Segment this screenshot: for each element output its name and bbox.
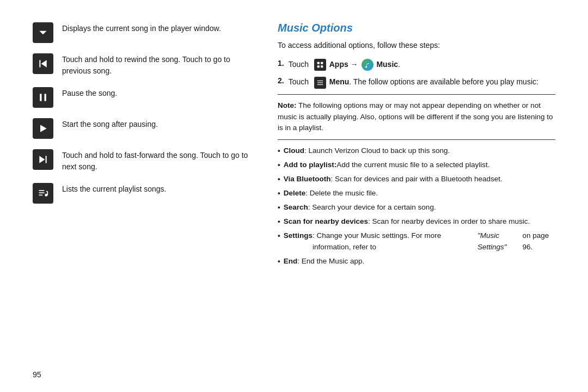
step-number: 1. <box>278 59 284 68</box>
item-text: Lists the current playlist songs. <box>62 182 166 195</box>
list-item: Scan for nearby devices: Scan for nearby… <box>278 216 555 228</box>
page: Displays the current song in the player … <box>0 0 588 392</box>
item-text: Pause the song. <box>62 87 117 99</box>
svg-rect-16 <box>317 65 320 68</box>
list-item: Pause the song. <box>33 87 250 108</box>
list-item: Displays the current song in the player … <box>33 22 250 43</box>
item-text: Displays the current song in the player … <box>62 22 221 34</box>
pause-icon <box>33 87 53 108</box>
skip-back-icon <box>33 53 53 74</box>
list-item: Settings: Change your Music settings. Fo… <box>278 230 555 253</box>
list-item: Delete: Delete the music file. <box>278 188 555 199</box>
menu-label: Menu <box>329 77 350 86</box>
svg-rect-3 <box>40 94 41 101</box>
svg-rect-15 <box>321 62 323 64</box>
svg-rect-6 <box>46 156 47 163</box>
svg-marker-7 <box>39 156 45 163</box>
list-item: Lists the current playlist songs. <box>33 182 250 204</box>
list-item: Search: Search your device for a certain… <box>278 202 555 213</box>
svg-rect-1 <box>39 60 40 67</box>
note-box: Note: The following options may or may n… <box>278 94 555 140</box>
section-title: Music Options <box>278 22 555 34</box>
note-label: Note: <box>278 101 297 109</box>
step-2: 2. Touch Menu. The follow options are av… <box>278 76 555 88</box>
svg-marker-0 <box>39 31 46 35</box>
step-number: 2. <box>278 76 284 85</box>
playlist-icon <box>33 183 53 204</box>
item-text: Touch and hold to rewind the song. Touch… <box>62 53 250 77</box>
play-icon <box>33 118 53 139</box>
svg-rect-14 <box>317 62 320 64</box>
svg-rect-8 <box>39 190 45 191</box>
skip-forward-icon <box>33 149 53 170</box>
note-text: Note: The following options may or may n… <box>278 100 555 134</box>
right-column: Music Options To access additional optio… <box>272 22 555 370</box>
list-item: Cloud: Launch Verizon Cloud to back up t… <box>278 145 555 157</box>
step-content: Touch Apps → Music. <box>289 59 400 71</box>
bullet-list: Cloud: Launch Verizon Cloud to back up t… <box>278 145 555 267</box>
svg-rect-19 <box>317 82 323 83</box>
svg-rect-17 <box>321 65 323 68</box>
list-item: End: End the Music app. <box>278 256 555 267</box>
step-1: 1. Touch Apps → Musi <box>278 59 555 71</box>
list-item: Touch and hold to fast-forward the song.… <box>33 149 250 173</box>
intro-text: To access additional options, follow the… <box>278 40 555 51</box>
list-item: Add to playlist: Add the current music f… <box>278 160 555 171</box>
svg-rect-20 <box>317 84 323 85</box>
music-icon <box>362 59 373 71</box>
list-item: Start the song after pausing. <box>33 118 250 139</box>
list-item: Touch and hold to rewind the song. Touch… <box>33 53 250 77</box>
apps-label: Apps → <box>329 60 360 69</box>
item-text: Touch and hold to fast-forward the song.… <box>62 149 250 173</box>
svg-marker-5 <box>40 125 47 132</box>
chevron-down-icon <box>33 22 53 43</box>
svg-marker-2 <box>41 60 47 67</box>
step-content: Touch Menu. The follow options are avail… <box>289 76 538 88</box>
item-text: Start the song after pausing. <box>62 118 158 130</box>
svg-rect-9 <box>39 192 45 193</box>
list-item: Via Bluetooth: Scan for devices and pair… <box>278 174 555 185</box>
menu-icon <box>314 77 326 89</box>
music-label: Music <box>376 60 398 69</box>
svg-rect-13 <box>46 191 48 192</box>
svg-rect-10 <box>39 195 43 196</box>
left-column: Displays the current song in the player … <box>33 22 272 370</box>
page-number: 95 <box>33 370 41 379</box>
svg-rect-4 <box>45 94 46 101</box>
svg-rect-18 <box>317 81 323 81</box>
apps-icon <box>314 59 326 71</box>
